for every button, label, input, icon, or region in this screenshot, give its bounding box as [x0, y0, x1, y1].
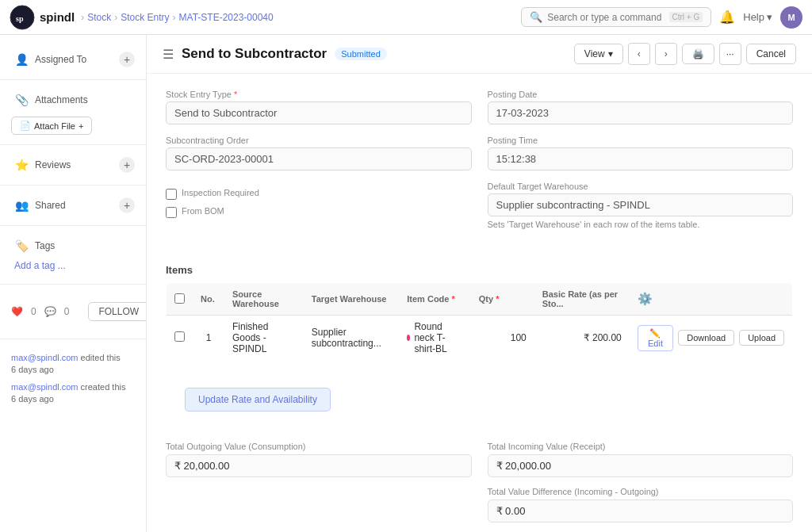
- chevron-down-icon: ▾: [608, 48, 613, 59]
- posting-date-label: Posting Date: [488, 90, 794, 99]
- items-section: Items No. Source Warehouse: [166, 264, 793, 361]
- sidebar-item-shared-with[interactable]: 👥 Shared: [11, 195, 69, 216]
- print-button[interactable]: 🖨️: [682, 44, 714, 64]
- upload-button[interactable]: Upload: [739, 330, 784, 346]
- like-icon[interactable]: ❤️: [11, 306, 23, 317]
- activity-entry-1: max@spindl.com created this 6 days ago: [11, 381, 135, 406]
- activity-time-0: 6 days ago: [11, 365, 54, 374]
- cancel-button[interactable]: Cancel: [746, 44, 796, 64]
- breadcrumb-stock-entry[interactable]: Stock Entry: [121, 12, 169, 23]
- row-target-warehouse: Supplier subcontracting...: [312, 327, 381, 349]
- search-input[interactable]: [547, 12, 664, 23]
- more-actions-button[interactable]: ···: [719, 43, 741, 65]
- row-checkbox[interactable]: [174, 331, 185, 342]
- help-button[interactable]: Help ▾: [743, 11, 772, 23]
- follow-button[interactable]: FOLLOW: [88, 302, 147, 321]
- attach-file-button[interactable]: 📄 Attach File +: [11, 117, 92, 135]
- view-label: View: [584, 48, 605, 59]
- edit-button[interactable]: ✏️ Edit: [638, 325, 673, 351]
- view-button[interactable]: View ▾: [574, 44, 623, 64]
- activity-action-0: edited this: [81, 353, 121, 362]
- items-section-title: Items: [166, 264, 793, 276]
- add-review-button[interactable]: +: [119, 157, 135, 173]
- select-all-checkbox[interactable]: [174, 293, 185, 304]
- gear-icon[interactable]: ⚙️: [638, 292, 653, 305]
- total-incoming-label: Total Incoming Value (Receipt): [488, 442, 794, 451]
- col-basic-rate: Basic Rate (as per Sto...: [534, 283, 630, 316]
- page-header: ☰ Send to Subcontractor Submitted View ▾…: [147, 35, 812, 74]
- search-bar[interactable]: 🔍 Ctrl + G: [521, 7, 711, 27]
- total-diff-label: Total Value Difference (Incoming - Outgo…: [488, 487, 794, 496]
- sidebar-item-attachments[interactable]: 📎 Attachments: [11, 90, 91, 110]
- sidebar-attachments: 📎 Attachments 📄 Attach File +: [0, 86, 146, 138]
- subcontracting-order-input[interactable]: [166, 147, 472, 170]
- col-source-warehouse: Source Warehouse: [224, 283, 304, 316]
- from-bom-checkbox[interactable]: [166, 207, 177, 218]
- edit-icon: ✏️: [649, 328, 661, 338]
- activity-actor-0: max@spindl.com: [11, 353, 79, 362]
- hamburger-icon[interactable]: ☰: [163, 47, 174, 62]
- total-incoming-group: Total Incoming Value (Receipt) ₹ 20,000.…: [488, 442, 794, 477]
- total-outgoing-group: Total Outgoing Value (Consumption) ₹ 20,…: [166, 442, 472, 522]
- notification-bell-icon[interactable]: 🔔: [719, 10, 735, 25]
- default-target-warehouse-label: Default Target Warehouse: [488, 182, 794, 191]
- logo: sp spindl: [10, 5, 75, 30]
- search-shortcut: Ctrl + G: [669, 12, 703, 22]
- col-actions: ⚙️: [630, 283, 793, 316]
- sidebar-assigned-to: 👤 Assigned To +: [0, 46, 146, 73]
- inspection-required-checkbox[interactable]: [166, 189, 177, 200]
- subcontracting-order-label: Subcontracting Order: [166, 136, 472, 145]
- row-action-cell: ✏️ Edit Download Upload: [630, 316, 793, 361]
- default-target-warehouse-input[interactable]: [488, 193, 794, 216]
- shared-icon: 👥: [14, 199, 29, 212]
- likes-count: 0: [31, 306, 36, 317]
- reaction-row: ❤️ 0 💬 0 FOLLOW: [0, 291, 146, 332]
- breadcrumb-stock[interactable]: Stock: [87, 12, 111, 23]
- total-diff-value: ₹ 0.00: [488, 499, 794, 522]
- add-shared-button[interactable]: +: [119, 197, 135, 213]
- next-button[interactable]: ›: [655, 43, 677, 65]
- col-target-warehouse: Target Warehouse: [304, 283, 400, 316]
- avatar[interactable]: M: [780, 6, 802, 29]
- from-bom-checkbox-item: From BOM: [166, 206, 224, 218]
- shared-label: Shared: [35, 200, 66, 211]
- download-button[interactable]: Download: [678, 330, 734, 346]
- row-qty: 100: [511, 332, 527, 343]
- row-item-code-cell: Round neck T-shirt-BL: [399, 316, 470, 361]
- svg-text:sp: sp: [16, 14, 24, 23]
- inspection-required-checkbox-item: Inspection Required: [166, 188, 259, 200]
- items-table: No. Source Warehouse Target Warehouse It…: [166, 282, 793, 361]
- sidebar-item-reviews[interactable]: ⭐ Reviews: [11, 155, 74, 175]
- breadcrumb-entry-id[interactable]: MAT-STE-2023-00040: [179, 12, 274, 23]
- update-rate-button[interactable]: Update Rate and Availability: [185, 388, 331, 411]
- subcontracting-order-group: Subcontracting Order: [166, 136, 472, 170]
- prev-button[interactable]: ‹: [628, 43, 650, 65]
- activity-actor-1: max@spindl.com: [11, 382, 79, 392]
- total-outgoing-value: ₹ 20,000.00: [166, 454, 472, 477]
- default-target-warehouse-group: Default Target Warehouse Sets 'Target Wa…: [488, 182, 794, 229]
- tag-icon: 🏷️: [14, 239, 29, 252]
- comment-icon[interactable]: 💬: [44, 306, 56, 317]
- row-target-warehouse-cell: Supplier subcontracting...: [304, 316, 400, 361]
- edit-label: Edit: [648, 339, 663, 348]
- sidebar-item-assigned-to[interactable]: 👤 Assigned To: [11, 49, 90, 70]
- add-assigned-to-button[interactable]: +: [119, 52, 135, 67]
- posting-date-input[interactable]: [488, 101, 794, 124]
- topnav: sp spindl › Stock › Stock Entry › MAT-ST…: [0, 0, 812, 35]
- stock-entry-type-label: Stock Entry Type *: [166, 90, 472, 99]
- sidebar-reviews: ⭐ Reviews +: [0, 151, 146, 178]
- tags-label: Tags: [35, 240, 55, 251]
- search-icon: 🔍: [530, 11, 542, 23]
- sidebar-item-tags[interactable]: 🏷️ Tags: [11, 235, 135, 256]
- stock-entry-type-input[interactable]: [166, 101, 472, 124]
- star-icon: ⭐: [14, 159, 29, 171]
- row-qty-cell: 100: [471, 316, 534, 361]
- breadcrumb: › Stock › Stock Entry › MAT-STE-2023-000…: [81, 12, 274, 23]
- add-tag-link[interactable]: Add a tag ...: [14, 260, 66, 271]
- checkboxes-group: Inspection Required From BOM: [166, 182, 472, 229]
- form-body: Stock Entry Type * Posting Date Subcontr…: [147, 74, 812, 256]
- attachments-label: Attachments: [35, 94, 88, 105]
- form-row-1: Stock Entry Type * Posting Date: [166, 90, 793, 124]
- status-badge: Submitted: [335, 48, 387, 60]
- posting-time-input[interactable]: [488, 147, 794, 170]
